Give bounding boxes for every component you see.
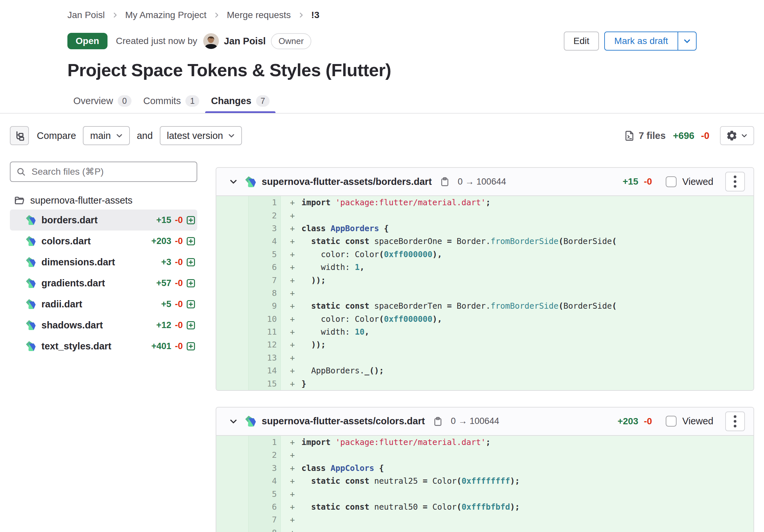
file-options-button[interactable]: [725, 412, 745, 431]
edit-button[interactable]: Edit: [564, 32, 599, 51]
new-line-number[interactable]: 11: [249, 326, 281, 338]
new-line-number[interactable]: 4: [249, 474, 281, 487]
new-line-number[interactable]: 10: [249, 313, 281, 326]
new-line-number[interactable]: 3: [249, 222, 281, 235]
file-options-button[interactable]: [725, 172, 745, 192]
new-line-number[interactable]: 7: [249, 513, 281, 526]
new-line-number[interactable]: 5: [249, 248, 281, 261]
new-line-number[interactable]: 6: [249, 500, 281, 513]
breadcrumb-separator-icon: [111, 12, 119, 19]
dart-file-icon: [26, 299, 36, 309]
diff-additions: +203: [617, 416, 638, 427]
new-line-number[interactable]: 8: [249, 287, 281, 300]
viewed-checkbox[interactable]: [666, 176, 676, 187]
collapse-file-chevron[interactable]: [229, 177, 238, 186]
diff-file-path[interactable]: supernova-flutter-assets/colors.dart: [262, 416, 425, 427]
old-line-number-cell: [216, 326, 249, 338]
diff-file-card: supernova-flutter-assets/borders.dart0 →…: [216, 167, 754, 391]
diff-line: 7+: [216, 513, 753, 526]
avatar[interactable]: [203, 33, 219, 49]
new-line-number[interactable]: 12: [249, 338, 281, 351]
breadcrumb-separator-icon: [297, 12, 305, 19]
target-version-value: latest version: [167, 130, 223, 141]
old-line-number-cell: [216, 513, 249, 526]
line-sign: +: [281, 209, 301, 222]
breadcrumb-item[interactable]: Merge requests: [227, 10, 291, 20]
mark-as-draft-caret[interactable]: [677, 32, 696, 50]
code-line-content: color: Color(0xff000000),: [301, 313, 753, 326]
new-line-number[interactable]: 1: [249, 196, 281, 209]
new-line-number[interactable]: 2: [249, 449, 281, 462]
old-line-number-cell: [216, 487, 249, 500]
diff-line: 5+: [216, 487, 753, 500]
file-tree-item[interactable]: text_styles.dart+401-0: [10, 335, 197, 357]
new-line-number[interactable]: 2: [249, 209, 281, 222]
file-tree-item[interactable]: shadows.dart+12-0: [10, 315, 197, 335]
new-line-number[interactable]: 8: [249, 526, 281, 532]
file-tree-item[interactable]: gradients.dart+57-0: [10, 273, 197, 294]
search-files-input[interactable]: [10, 162, 197, 182]
file-stats: +12-0: [156, 320, 195, 331]
new-line-number[interactable]: 5: [249, 487, 281, 500]
new-line-number[interactable]: 3: [249, 462, 281, 474]
code-line-content: width: 1,: [301, 261, 753, 274]
tab-commits[interactable]: Commits1: [137, 91, 205, 113]
old-line-number-cell: [216, 300, 249, 312]
merge-request-page: Jan PoislMy Amazing ProjectMerge request…: [0, 10, 764, 532]
target-version-dropdown[interactable]: latest version: [160, 126, 242, 145]
line-sign: +: [281, 326, 301, 338]
diff-line: 12+ ));: [216, 338, 753, 351]
diff-line: 4+ static const neutral25 = Color(0xffff…: [216, 474, 753, 487]
new-line-number[interactable]: 1: [249, 436, 281, 449]
new-line-number[interactable]: 13: [249, 351, 281, 364]
file-tree-item[interactable]: colors.dart+203-0: [10, 230, 197, 252]
new-line-number[interactable]: 15: [249, 377, 281, 390]
old-line-number-cell: [216, 222, 249, 235]
breadcrumb-item[interactable]: Jan Poisl: [68, 10, 105, 20]
file-additions: +401: [151, 341, 171, 351]
diff-file-header-right: +203-0Viewed: [617, 412, 745, 431]
collapse-file-chevron[interactable]: [229, 417, 238, 426]
breadcrumb-item[interactable]: My Amazing Project: [125, 10, 206, 20]
folder-row[interactable]: supernova-flutter-assets: [10, 191, 197, 209]
old-line-number-cell: [216, 500, 249, 513]
new-line-number[interactable]: 6: [249, 261, 281, 274]
copy-path-button[interactable]: [440, 177, 450, 187]
author-name[interactable]: Jan Poisl: [224, 36, 266, 47]
new-line-number[interactable]: 4: [249, 235, 281, 248]
diff-deletions: -0: [644, 176, 652, 187]
gear-icon: [726, 130, 737, 141]
dart-file-icon: [26, 257, 36, 267]
file-added-icon: [186, 216, 195, 225]
file-browser-sidebar: supernova-flutter-assets borders.dart+15…: [10, 162, 197, 357]
copy-path-icon: [433, 416, 443, 426]
new-line-number[interactable]: 7: [249, 274, 281, 286]
file-added-icon: [186, 237, 195, 246]
line-sign: +: [281, 474, 301, 487]
file-tree-item[interactable]: dimensions.dart+3-0: [10, 252, 197, 273]
file-tree-item[interactable]: radii.dart+5-0: [10, 294, 197, 315]
line-sign: +: [281, 364, 301, 377]
file-additions: +57: [156, 278, 171, 288]
diff-file-path[interactable]: supernova-flutter-assets/borders.dart: [262, 176, 432, 187]
file-tree-toggle-button[interactable]: [10, 126, 29, 145]
header-actions: Edit Mark as draft: [564, 32, 696, 51]
viewed-checkbox[interactable]: [666, 416, 676, 427]
mark-as-draft-button[interactable]: Mark as draft: [605, 32, 677, 50]
diff-line: 6+ static const neutral50 = Color(0xfffb…: [216, 500, 753, 513]
tab-changes[interactable]: Changes7: [205, 91, 276, 113]
new-line-number[interactable]: 9: [249, 300, 281, 312]
options-kebab-icon: [733, 415, 737, 428]
file-tree-item[interactable]: borders.dart+15-0: [10, 209, 197, 230]
dart-file-icon: [26, 320, 36, 330]
line-sign: +: [281, 462, 301, 474]
diff-settings-button[interactable]: [720, 126, 754, 145]
breadcrumb-separator-icon: [213, 12, 220, 19]
tab-overview[interactable]: Overview0: [68, 91, 137, 113]
copy-path-button[interactable]: [433, 416, 443, 426]
new-line-number[interactable]: 14: [249, 364, 281, 377]
source-branch-dropdown[interactable]: main: [83, 126, 130, 145]
files-summary: 7 files +696 -0: [624, 130, 709, 141]
file-name: text_styles.dart: [41, 341, 111, 352]
file-name: colors.dart: [41, 236, 91, 247]
